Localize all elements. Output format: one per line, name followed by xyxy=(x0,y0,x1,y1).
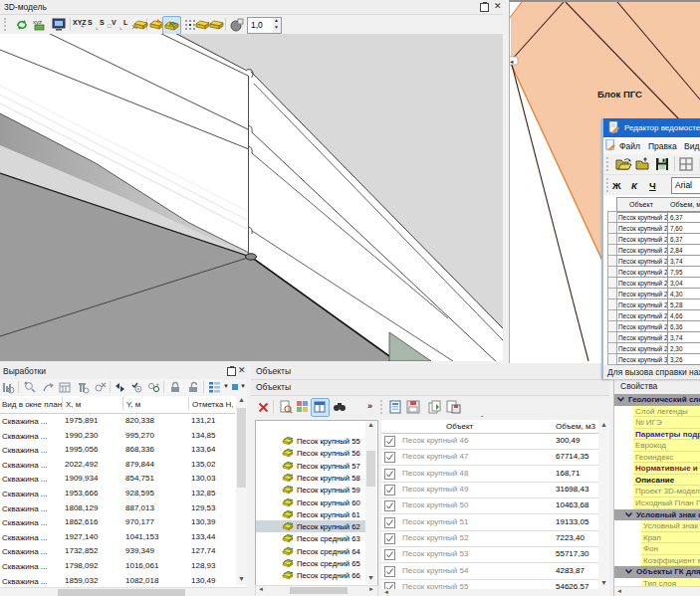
svg-text:Блок ПГС: Блок ПГС xyxy=(597,89,642,99)
svg-text:◄: ◄ xyxy=(510,59,514,65)
svg-text:xyz: xyz xyxy=(33,19,42,25)
